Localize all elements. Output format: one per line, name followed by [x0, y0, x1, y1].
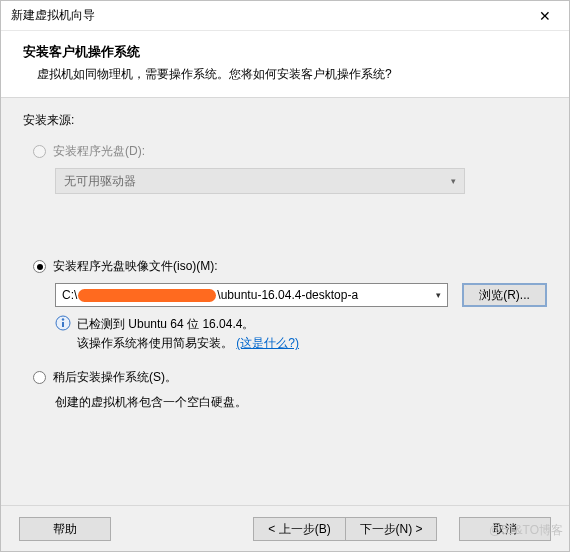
info-line1: 已检测到 Ubuntu 64 位 16.04.4。 [77, 317, 254, 331]
radio-label-later: 稍后安装操作系统(S)。 [53, 369, 177, 386]
header-title: 安装客户机操作系统 [23, 43, 547, 61]
later-note: 创建的虚拟机将包含一个空白硬盘。 [55, 394, 547, 411]
radio-icon [33, 145, 46, 158]
nav-button-group: < 上一步(B) 下一步(N) > [253, 517, 437, 541]
redacted-path [78, 289, 216, 302]
svg-point-2 [62, 318, 64, 320]
radio-installer-disc: 安装程序光盘(D): [33, 143, 547, 160]
info-line2: 该操作系统将使用简易安装。 [77, 336, 233, 350]
svg-rect-1 [62, 322, 64, 327]
wizard-footer: 帮助 < 上一步(B) 下一步(N) > 取消 [1, 505, 569, 551]
next-button[interactable]: 下一步(N) > [345, 517, 437, 541]
drive-dropdown: 无可用驱动器 ▾ [55, 168, 465, 194]
source-label: 安装来源: [23, 112, 547, 129]
chevron-down-icon: ▾ [451, 176, 456, 186]
option-later: 稍后安装操作系统(S)。 创建的虚拟机将包含一个空白硬盘。 [33, 369, 547, 411]
radio-label-disc: 安装程序光盘(D): [53, 143, 145, 160]
help-button[interactable]: 帮助 [19, 517, 111, 541]
whats-this-link[interactable]: (这是什么?) [236, 336, 299, 350]
radio-icon [33, 371, 46, 384]
dropdown-text: 无可用驱动器 [64, 173, 136, 190]
radio-later[interactable]: 稍后安装操作系统(S)。 [33, 369, 547, 386]
iso-path-prefix: C:\ [62, 288, 77, 302]
window-title: 新建虚拟机向导 [11, 7, 522, 24]
option-iso: 安装程序光盘映像文件(iso)(M): C:\\ubuntu-16.04.4-d… [33, 258, 547, 353]
wizard-window: 新建虚拟机向导 ✕ 安装客户机操作系统 虚拟机如同物理机，需要操作系统。您将如何… [0, 0, 570, 552]
info-icon [55, 315, 71, 331]
cancel-button[interactable]: 取消 [459, 517, 551, 541]
header-description: 虚拟机如同物理机，需要操作系统。您将如何安装客户机操作系统? [23, 66, 547, 83]
iso-path-combo[interactable]: C:\\ubuntu-16.04.4-desktop-a ▾ [55, 283, 448, 307]
close-icon: ✕ [539, 8, 551, 24]
close-button[interactable]: ✕ [522, 2, 567, 30]
option-installer-disc: 安装程序光盘(D): 无可用驱动器 ▾ [33, 143, 547, 194]
wizard-content: 安装来源: 安装程序光盘(D): 无可用驱动器 ▾ 安装程序光盘映像文件(iso… [1, 98, 569, 505]
radio-icon [33, 260, 46, 273]
detection-info: 已检测到 Ubuntu 64 位 16.04.4。 该操作系统将使用简易安装。 … [55, 315, 547, 353]
chevron-down-icon: ▾ [436, 290, 441, 300]
iso-path-visible: \ubuntu-16.04.4-desktop-a [217, 288, 358, 302]
radio-label-iso: 安装程序光盘映像文件(iso)(M): [53, 258, 218, 275]
wizard-header: 安装客户机操作系统 虚拟机如同物理机，需要操作系统。您将如何安装客户机操作系统? [1, 31, 569, 98]
back-button[interactable]: < 上一步(B) [253, 517, 345, 541]
titlebar: 新建虚拟机向导 ✕ [1, 1, 569, 31]
browse-button[interactable]: 浏览(R)... [462, 283, 547, 307]
radio-iso[interactable]: 安装程序光盘映像文件(iso)(M): [33, 258, 547, 275]
